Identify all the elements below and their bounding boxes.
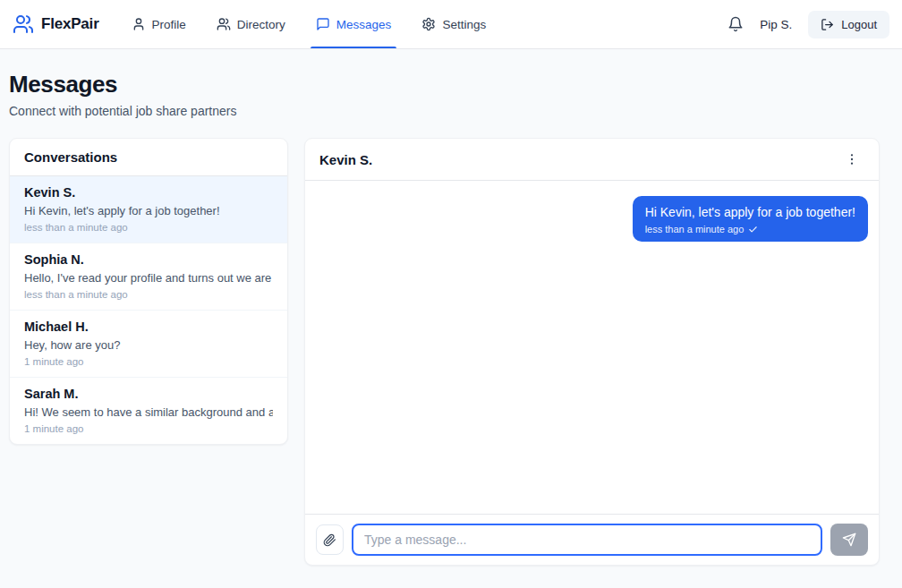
nav-item-settings[interactable]: Settings bbox=[420, 0, 488, 48]
logout-button[interactable]: Logout bbox=[808, 11, 889, 38]
conversation-preview: Hello, I've read your profile and turns … bbox=[24, 271, 273, 285]
current-user-name: Pip S. bbox=[760, 18, 792, 31]
main-nav: Profile Directory Messages Settings bbox=[130, 0, 489, 48]
message-meta: less than a minute ago bbox=[645, 224, 855, 234]
message-square-icon bbox=[316, 17, 330, 31]
logout-label: Logout bbox=[841, 18, 877, 31]
send-icon bbox=[842, 533, 856, 547]
user-icon bbox=[132, 17, 146, 31]
top-navigation-bar: FlexPair Profile Directory Messages Sett… bbox=[0, 0, 902, 49]
notifications-bell-icon[interactable] bbox=[728, 16, 744, 32]
conversation-name: Sophia N. bbox=[24, 252, 273, 267]
conversation-name: Kevin S. bbox=[24, 185, 273, 200]
conversations-list: Kevin S. Hi Kevin, let's apply for a job… bbox=[10, 176, 287, 444]
conversation-item-sophia[interactable]: Sophia N. Hello, I've read your profile … bbox=[10, 243, 287, 310]
conversation-preview: Hi! We seem to have a similar background… bbox=[24, 405, 273, 419]
conversation-item-sarah[interactable]: Sarah M. Hi! We seem to have a similar b… bbox=[10, 377, 287, 444]
users-icon bbox=[217, 17, 231, 31]
conversation-time: less than a minute ago bbox=[24, 222, 273, 233]
brand-name: FlexPair bbox=[41, 15, 99, 33]
conversation-item-kevin[interactable]: Kevin S. Hi Kevin, let's apply for a job… bbox=[10, 176, 287, 243]
page-subtitle: Connect with potential job share partner… bbox=[9, 104, 880, 118]
nav-item-label: Settings bbox=[442, 18, 486, 31]
users-logo-icon bbox=[13, 13, 34, 35]
nav-item-directory[interactable]: Directory bbox=[215, 0, 287, 48]
nav-item-label: Profile bbox=[152, 18, 186, 31]
brand-logo[interactable]: FlexPair bbox=[13, 0, 99, 48]
nav-item-label: Directory bbox=[237, 18, 285, 31]
chat-partner-name: Kevin S. bbox=[319, 152, 372, 167]
conversation-preview: Hi Kevin, let's apply for a job together… bbox=[24, 204, 273, 217]
chat-header: Kevin S. bbox=[305, 139, 879, 181]
message-time: less than a minute ago bbox=[645, 224, 745, 234]
conversation-time: 1 minute ago bbox=[24, 423, 273, 434]
conversation-preview: Hey, how are you? bbox=[24, 338, 273, 352]
chat-options-kebab-icon[interactable] bbox=[839, 150, 864, 168]
message-input[interactable] bbox=[352, 524, 822, 556]
conversation-name: Sarah M. bbox=[24, 387, 273, 401]
nav-item-profile[interactable]: Profile bbox=[130, 0, 188, 48]
nav-item-label: Messages bbox=[336, 18, 392, 31]
conversation-time: 1 minute ago bbox=[24, 356, 273, 367]
conversations-panel: Conversations Kevin S. Hi Kevin, let's a… bbox=[9, 138, 288, 445]
chat-message-area: Hi Kevin, let's apply for a job together… bbox=[305, 181, 879, 514]
sent-check-icon bbox=[748, 225, 758, 234]
attach-file-button[interactable] bbox=[316, 524, 344, 555]
outgoing-message-bubble: Hi Kevin, let's apply for a job together… bbox=[633, 196, 868, 242]
main-content: Messages Connect with potential job shar… bbox=[0, 49, 902, 566]
paperclip-icon bbox=[323, 533, 336, 547]
chat-panel: Kevin S. Hi Kevin, let's apply for a job… bbox=[304, 138, 880, 566]
conversation-time: less than a minute ago bbox=[24, 289, 273, 300]
gear-icon bbox=[421, 17, 436, 31]
send-button[interactable] bbox=[830, 524, 868, 556]
nav-item-messages[interactable]: Messages bbox=[314, 0, 394, 48]
conversation-name: Michael H. bbox=[24, 320, 273, 334]
message-text: Hi Kevin, let's apply for a job together… bbox=[645, 204, 855, 221]
conversations-header: Conversations bbox=[10, 139, 287, 176]
chat-input-bar bbox=[305, 514, 879, 565]
topbar-right: Pip S. Logout bbox=[728, 0, 889, 48]
conversation-item-michael[interactable]: Michael H. Hey, how are you? 1 minute ag… bbox=[10, 310, 287, 377]
page-title: Messages bbox=[9, 71, 880, 98]
logout-icon bbox=[821, 18, 834, 31]
